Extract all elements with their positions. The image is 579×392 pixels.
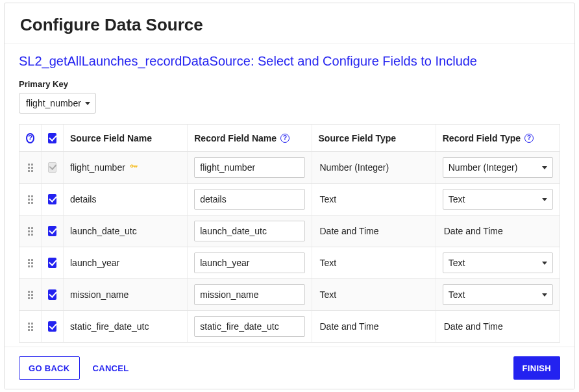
drag-handle-cell — [19, 184, 42, 215]
record-field-type-cell: Text — [436, 247, 560, 278]
table-body: flight_numberNumber (Integer)Number (Int… — [19, 152, 560, 343]
row-checkbox[interactable] — [48, 258, 56, 268]
row-checkbox[interactable] — [48, 226, 56, 236]
chevron-down-icon — [85, 102, 90, 105]
record-field-name-cell — [188, 279, 312, 310]
source-field-type: Text — [312, 279, 436, 310]
drag-handle-cell — [19, 311, 42, 342]
chevron-down-icon — [542, 166, 547, 169]
source-field-name: mission_name — [64, 279, 188, 310]
drag-handle-cell — [19, 279, 42, 310]
chevron-down-icon — [542, 198, 547, 201]
chevron-down-icon — [542, 262, 547, 265]
table-row: flight_numberNumber (Integer)Number (Int… — [19, 152, 560, 184]
record-field-name-cell — [188, 184, 312, 215]
primary-key-label: Primary Key — [19, 79, 560, 89]
row-checkbox-cell — [42, 311, 64, 342]
drag-handle-icon[interactable] — [28, 291, 33, 299]
section-title: SL2_getAllLaunches_recordDataSource: Sel… — [19, 53, 560, 70]
row-checkbox[interactable] — [48, 289, 56, 300]
table-row: mission_nameTextText — [19, 279, 560, 311]
dialog-header: Configure Data Source — [5, 3, 574, 43]
record-field-name-cell — [188, 215, 312, 247]
drag-handle-icon[interactable] — [28, 259, 33, 267]
record-field-name-input[interactable] — [194, 221, 304, 241]
row-checkbox-cell — [42, 247, 64, 278]
drag-handle-cell — [19, 247, 42, 278]
record-field-type-select[interactable]: Text — [443, 284, 553, 305]
help-icon[interactable]: ? — [280, 134, 290, 143]
page-title: Configure Data Source — [20, 15, 559, 35]
row-checkbox[interactable] — [48, 321, 56, 332]
header-select-all[interactable] — [42, 125, 64, 151]
source-field-type: Date and Time — [312, 311, 436, 342]
dialog-body-wrap: SL2_getAllLaunches_recordDataSource: Sel… — [5, 43, 574, 347]
source-field-name: launch_date_utc — [64, 215, 188, 247]
help-icon[interactable]: ? — [524, 134, 534, 143]
row-checkbox[interactable] — [48, 194, 56, 204]
drag-handle-icon[interactable] — [28, 227, 33, 236]
go-back-button[interactable]: Go Back — [19, 356, 80, 380]
row-checkbox-cell — [42, 279, 64, 310]
dialog-body[interactable]: SL2_getAllLaunches_recordDataSource: Sel… — [5, 43, 574, 347]
header-help-cell: ? — [19, 125, 42, 151]
row-checkbox — [48, 162, 56, 173]
table-row: detailsTextText — [19, 184, 560, 215]
record-field-type-cell: Date and Time — [436, 215, 560, 247]
source-field-name: launch_year — [64, 247, 188, 278]
record-field-type-cell: Date and Time — [436, 311, 560, 342]
chevron-down-icon — [542, 293, 547, 297]
header-source-field-type: Source Field Type — [312, 125, 436, 151]
record-field-name-input[interactable] — [194, 284, 304, 305]
row-checkbox-cell — [42, 215, 64, 247]
drag-handle-icon[interactable] — [28, 164, 33, 172]
header-record-field-type: Record Field Type ? — [436, 125, 560, 151]
record-field-name-cell — [188, 311, 312, 342]
drag-handle-icon[interactable] — [28, 195, 33, 204]
primary-key-value: flight_number — [26, 98, 81, 108]
record-field-type-select[interactable]: Text — [443, 189, 553, 210]
source-field-name: static_fire_date_utc — [64, 311, 188, 342]
source-field-type: Text — [312, 184, 436, 215]
dialog: Configure Data Source SL2_getAllLaunches… — [4, 3, 575, 389]
drag-handle-cell — [19, 215, 42, 247]
source-field-type: Number (Integer) — [312, 152, 436, 183]
record-field-name-input[interactable] — [194, 316, 304, 337]
table-row: static_fire_date_utcDate and TimeDate an… — [19, 311, 560, 343]
header-source-field-name: Source Field Name — [64, 125, 188, 151]
row-checkbox-cell — [42, 152, 64, 183]
cancel-button[interactable]: Cancel — [93, 356, 129, 380]
help-icon[interactable]: ? — [26, 133, 34, 143]
record-field-name-cell — [188, 152, 312, 183]
source-field-type: Date and Time — [312, 215, 436, 247]
record-field-name-cell — [188, 247, 312, 278]
drag-handle-icon[interactable] — [28, 323, 33, 331]
row-checkbox-cell — [42, 184, 64, 215]
select-all-checkbox[interactable] — [48, 133, 56, 143]
table-header-row: ? Source Field Name Record Field Name ? — [19, 125, 560, 152]
source-field-type: Text — [312, 247, 436, 278]
source-field-name: flight_number — [64, 152, 188, 183]
dialog-footer: Go Back Cancel Finish — [5, 347, 574, 389]
record-field-type-select[interactable]: Number (Integer) — [443, 157, 553, 178]
header-record-field-name: Record Field Name ? — [188, 125, 312, 151]
finish-button[interactable]: Finish — [513, 356, 560, 380]
record-field-type-cell: Text — [436, 184, 560, 215]
record-field-name-input[interactable] — [194, 252, 304, 273]
record-field-name-input[interactable] — [194, 189, 304, 210]
primary-key-icon — [129, 162, 138, 173]
source-field-name: details — [64, 184, 188, 215]
record-field-name-input[interactable] — [194, 157, 304, 178]
primary-key-select[interactable]: flight_number — [19, 93, 96, 114]
table-row: launch_date_utcDate and TimeDate and Tim… — [19, 215, 560, 247]
table-row: launch_yearTextText — [19, 247, 560, 279]
fields-table: ? Source Field Name Record Field Name ? — [19, 124, 560, 343]
record-field-type-select[interactable]: Text — [443, 252, 553, 273]
drag-handle-cell — [19, 152, 42, 183]
record-field-type-cell: Number (Integer) — [436, 152, 560, 183]
record-field-type-cell: Text — [436, 279, 560, 310]
